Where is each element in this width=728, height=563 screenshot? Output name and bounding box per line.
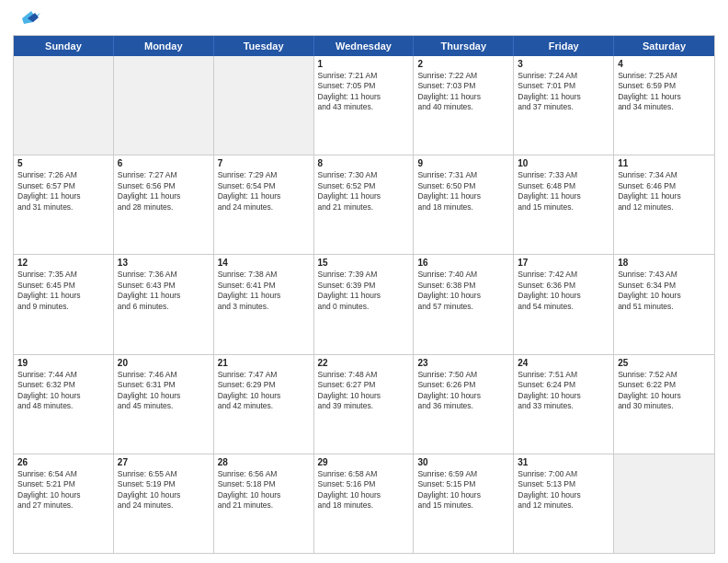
- cell-line: Sunrise: 7:24 AM: [518, 71, 609, 81]
- day-number: 26: [17, 457, 109, 467]
- day-number: 2: [417, 59, 509, 69]
- day-number: 11: [618, 158, 711, 168]
- cell-line: Sunset: 6:27 PM: [318, 380, 410, 390]
- cell-line: Sunrise: 7:47 AM: [218, 370, 310, 380]
- day-number: 31: [518, 457, 609, 467]
- cell-line: Sunset: 6:41 PM: [218, 281, 310, 291]
- cell-line: Sunrise: 6:54 AM: [17, 469, 109, 479]
- cal-cell-31: 31Sunrise: 7:00 AMSunset: 5:13 PMDayligh…: [514, 454, 614, 553]
- cell-line: and 54 minutes.: [518, 302, 609, 312]
- cal-cell-11: 11Sunrise: 7:34 AMSunset: 6:46 PMDayligh…: [614, 155, 714, 254]
- day-number: 18: [618, 258, 711, 268]
- cell-line: Sunrise: 7:25 AM: [618, 71, 711, 81]
- cal-cell-20: 20Sunrise: 7:46 AMSunset: 6:31 PMDayligh…: [114, 355, 214, 454]
- cell-line: Sunrise: 7:27 AM: [118, 170, 210, 180]
- cell-line: and 24 minutes.: [118, 500, 210, 511]
- cell-line: Sunset: 7:05 PM: [318, 81, 410, 91]
- cell-line: Sunset: 6:46 PM: [618, 181, 711, 191]
- logo: [13, 9, 40, 28]
- cell-line: Sunset: 5:19 PM: [118, 479, 210, 489]
- cal-week-1: 5Sunrise: 7:26 AMSunset: 6:57 PMDaylight…: [14, 155, 714, 254]
- cal-cell-19: 19Sunrise: 7:44 AMSunset: 6:32 PMDayligh…: [14, 355, 114, 454]
- cell-line: and 21 minutes.: [318, 202, 410, 213]
- cal-cell-21: 21Sunrise: 7:47 AMSunset: 6:29 PMDayligh…: [214, 355, 314, 454]
- cell-line: and 34 minutes.: [618, 102, 711, 112]
- cal-cell-14: 14Sunrise: 7:38 AMSunset: 6:41 PMDayligh…: [214, 255, 314, 353]
- cal-cell-5: 5Sunrise: 7:26 AMSunset: 6:57 PMDaylight…: [14, 155, 114, 254]
- cell-line: and 9 minutes.: [17, 302, 109, 312]
- cal-cell-29: 29Sunrise: 6:58 AMSunset: 5:16 PMDayligh…: [314, 454, 415, 553]
- cell-line: and 30 minutes.: [618, 401, 711, 411]
- cal-cell-empty-0-0: [14, 56, 114, 155]
- header: [13, 9, 715, 28]
- cell-line: Sunset: 6:26 PM: [417, 380, 509, 390]
- cell-line: Sunrise: 6:56 AM: [218, 469, 310, 479]
- cal-cell-22: 22Sunrise: 7:48 AMSunset: 6:27 PMDayligh…: [314, 355, 415, 454]
- cal-header-wednesday: Wednesday: [314, 36, 415, 56]
- day-number: 22: [318, 358, 410, 368]
- day-number: 10: [518, 158, 609, 168]
- cell-line: Sunset: 5:16 PM: [318, 479, 410, 489]
- cal-week-0: 1Sunrise: 7:21 AMSunset: 7:05 PMDaylight…: [14, 56, 714, 155]
- cell-line: Sunrise: 7:34 AM: [618, 170, 711, 180]
- day-number: 8: [318, 158, 410, 168]
- cell-line: Sunrise: 7:33 AM: [518, 170, 609, 180]
- cell-line: Daylight: 10 hours: [518, 391, 609, 401]
- day-number: 17: [518, 258, 609, 268]
- cell-line: and 31 minutes.: [17, 202, 109, 213]
- cell-line: Sunrise: 6:55 AM: [118, 469, 210, 479]
- calendar: SundayMondayTuesdayWednesdayThursdayFrid…: [13, 35, 715, 554]
- cell-line: Daylight: 10 hours: [417, 391, 509, 401]
- cell-line: and 36 minutes.: [417, 401, 509, 411]
- cell-line: and 15 minutes.: [417, 500, 509, 511]
- cal-header-monday: Monday: [114, 36, 214, 56]
- cal-cell-6: 6Sunrise: 7:27 AMSunset: 6:56 PMDaylight…: [114, 155, 214, 254]
- cell-line: and 27 minutes.: [17, 500, 109, 511]
- cal-header-sunday: Sunday: [14, 36, 114, 56]
- cal-cell-25: 25Sunrise: 7:52 AMSunset: 6:22 PMDayligh…: [614, 355, 714, 454]
- cell-line: Sunrise: 7:30 AM: [318, 170, 410, 180]
- day-number: 19: [17, 358, 109, 368]
- cell-line: Sunrise: 7:00 AM: [518, 469, 609, 479]
- cell-line: Sunrise: 6:59 AM: [417, 469, 509, 479]
- cell-line: Sunset: 6:52 PM: [318, 181, 410, 191]
- cell-line: Sunrise: 7:42 AM: [518, 270, 609, 280]
- cell-line: Sunset: 6:34 PM: [618, 281, 711, 291]
- cell-line: Sunrise: 7:36 AM: [118, 270, 210, 280]
- calendar-header: SundayMondayTuesdayWednesdayThursdayFrid…: [14, 36, 714, 56]
- day-number: 4: [618, 59, 711, 69]
- day-number: 12: [17, 258, 109, 268]
- cal-week-3: 19Sunrise: 7:44 AMSunset: 6:32 PMDayligh…: [14, 354, 714, 454]
- cell-line: and 51 minutes.: [618, 302, 711, 312]
- cell-line: Daylight: 10 hours: [118, 391, 210, 401]
- cell-line: Sunrise: 7:48 AM: [318, 370, 410, 380]
- cell-line: Sunset: 6:31 PM: [118, 380, 210, 390]
- day-number: 28: [218, 457, 310, 467]
- cell-line: and 40 minutes.: [417, 102, 509, 112]
- day-number: 5: [17, 158, 109, 168]
- cal-cell-26: 26Sunrise: 6:54 AMSunset: 5:21 PMDayligh…: [14, 454, 114, 553]
- cell-line: Daylight: 11 hours: [417, 191, 509, 201]
- cell-line: Sunrise: 7:44 AM: [17, 370, 109, 380]
- cell-line: Sunset: 6:38 PM: [417, 281, 509, 291]
- cell-line: Sunset: 6:57 PM: [17, 181, 109, 191]
- cell-line: and 21 minutes.: [218, 500, 310, 511]
- cell-line: Daylight: 10 hours: [518, 291, 609, 301]
- cell-line: Sunset: 6:50 PM: [417, 181, 509, 191]
- cell-line: Sunset: 6:22 PM: [618, 380, 711, 390]
- day-number: 20: [118, 358, 210, 368]
- day-number: 24: [518, 358, 609, 368]
- cell-line: Daylight: 11 hours: [318, 291, 410, 301]
- cal-cell-8: 8Sunrise: 7:30 AMSunset: 6:52 PMDaylight…: [314, 155, 415, 254]
- day-number: 23: [417, 358, 509, 368]
- cell-line: Sunrise: 7:43 AM: [618, 270, 711, 280]
- cell-line: Daylight: 11 hours: [417, 92, 509, 102]
- cell-line: Daylight: 11 hours: [618, 191, 711, 201]
- cal-cell-1: 1Sunrise: 7:21 AMSunset: 7:05 PMDaylight…: [314, 56, 415, 155]
- day-number: 9: [417, 158, 509, 168]
- cell-line: Sunset: 6:48 PM: [518, 181, 609, 191]
- cal-cell-10: 10Sunrise: 7:33 AMSunset: 6:48 PMDayligh…: [514, 155, 614, 254]
- cal-cell-empty-0-1: [114, 56, 214, 155]
- cal-week-4: 26Sunrise: 6:54 AMSunset: 5:21 PMDayligh…: [14, 454, 714, 553]
- cell-line: and 12 minutes.: [518, 500, 609, 511]
